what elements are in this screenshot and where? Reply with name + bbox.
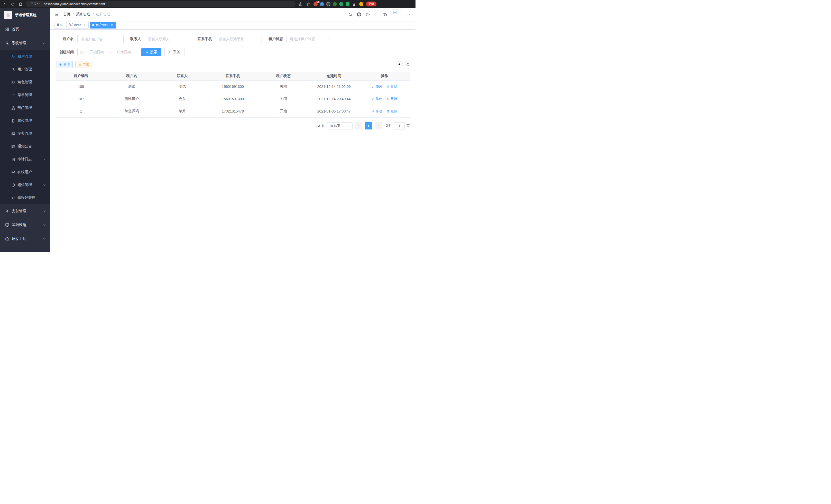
- reset-button[interactable]: 重置: [165, 48, 184, 56]
- toggle-search-button[interactable]: [396, 61, 403, 68]
- chevron-down-icon: [42, 209, 46, 213]
- browser-back-icon[interactable]: [3, 2, 8, 7]
- extension-icon-dark[interactable]: [326, 2, 331, 6]
- sidebar-item-notice[interactable]: 通知公告: [0, 140, 50, 153]
- page-size-select[interactable]: 10条/页: [327, 122, 352, 129]
- edit-label: 修改: [376, 97, 382, 101]
- address-bar[interactable]: 不安全 dashboard.yudao.iocoder.cn/system/te…: [26, 1, 295, 7]
- tag-tenant-active[interactable]: 租户管理 ×: [90, 22, 116, 29]
- extension-icon-green-square[interactable]: [346, 2, 349, 6]
- chevron-down-icon: [42, 237, 46, 241]
- breadcrumb-home[interactable]: 首页: [63, 12, 70, 17]
- extension-icon-blue[interactable]: [320, 2, 324, 6]
- profile-avatar[interactable]: [359, 2, 363, 6]
- filter-label: 租户状态: [268, 37, 283, 41]
- delete-button[interactable]: 删除: [387, 109, 397, 114]
- extension-icon-green-circle[interactable]: [333, 2, 337, 6]
- tag-dept[interactable]: 部门管理 ×: [66, 22, 89, 29]
- sidebar-item-errcode[interactable]: 错误码管理: [0, 191, 50, 204]
- share-icon[interactable]: [298, 2, 303, 7]
- bookmark-star-icon[interactable]: [306, 2, 311, 7]
- help-icon[interactable]: [366, 12, 370, 17]
- tenant-name-input[interactable]: [77, 35, 123, 43]
- sidebar-item-payment[interactable]: 支付管理: [0, 204, 50, 218]
- filter-label: 租户名: [56, 37, 74, 41]
- extension-icon-green-logo[interactable]: [339, 2, 343, 6]
- add-button[interactable]: 新增: [56, 61, 73, 68]
- contact-input[interactable]: [145, 35, 191, 43]
- system-submenu: 租户管理 用户管理 角色管理 菜单管理 部门管理: [0, 50, 50, 204]
- sidebar-item-sms[interactable]: 短信管理: [0, 179, 50, 191]
- sidebar-item-role[interactable]: 角色管理: [0, 76, 50, 89]
- user-avatar[interactable]: [392, 9, 402, 19]
- sidebar-item-online-user[interactable]: 在线用户: [0, 166, 50, 179]
- sidebar-item-post[interactable]: 岗位管理: [0, 114, 50, 127]
- goto-page-input[interactable]: [394, 122, 405, 129]
- sidebar-item-label: 基础设施: [12, 223, 26, 227]
- sidebar-item-menu[interactable]: 菜单管理: [0, 89, 50, 101]
- breadcrumb-system[interactable]: 系统管理: [76, 12, 90, 17]
- sidebar-item-user[interactable]: 用户管理: [0, 63, 50, 76]
- pencil-icon: [372, 85, 375, 88]
- next-page-button[interactable]: [375, 122, 382, 129]
- refresh-table-button[interactable]: [406, 63, 410, 66]
- cell-contact: 秃头: [157, 93, 208, 105]
- cell-actions: 修改 删除: [359, 93, 410, 105]
- calendar-icon: [80, 50, 84, 54]
- extensions-puzzle-icon[interactable]: [352, 2, 357, 7]
- phone-input[interactable]: [216, 35, 262, 43]
- edit-button[interactable]: 修改: [372, 84, 382, 89]
- tenant-users-icon: [11, 55, 15, 59]
- cell-status: 关闭: [258, 93, 309, 105]
- status-select[interactable]: 请选择租户状态: [287, 35, 333, 43]
- sidebar-item-tenant[interactable]: 租户管理: [0, 50, 50, 63]
- gear-icon: [5, 41, 9, 45]
- sidebar-item-label: 字典管理: [18, 131, 32, 136]
- security-label[interactable]: 不安全: [31, 2, 40, 6]
- browser-update-button[interactable]: 更新: [366, 2, 376, 6]
- tag-home[interactable]: 首页: [54, 22, 65, 29]
- sidebar-item-label: 研发工具: [12, 237, 26, 241]
- extension-icon-red[interactable]: 10: [314, 2, 318, 6]
- trash-icon: [387, 110, 390, 113]
- browser-reload-icon[interactable]: [10, 2, 16, 7]
- edit-button[interactable]: 修改: [372, 109, 382, 114]
- log-icon: [11, 157, 15, 161]
- search-button[interactable]: 搜索: [141, 48, 161, 56]
- sidebar-item-devtools[interactable]: 研发工具: [0, 232, 50, 246]
- delete-button[interactable]: 删除: [387, 97, 397, 101]
- delete-button[interactable]: 删除: [387, 84, 397, 89]
- update-label: 更新: [368, 2, 374, 6]
- fullscreen-icon[interactable]: [374, 12, 379, 17]
- url-text[interactable]: dashboard.yudao.iocoder.cn/system/tenant: [44, 2, 105, 6]
- breadcrumb: 首页 / 系统管理 / 租户管理: [63, 12, 110, 17]
- app-logo[interactable]: 芋道管理系统: [0, 8, 50, 22]
- cell-phone: 15601691300: [208, 93, 258, 105]
- filter-phone: 联系手机: [198, 35, 262, 43]
- close-icon[interactable]: ×: [83, 23, 86, 27]
- sidebar-item-infra[interactable]: 基础设施: [0, 218, 50, 232]
- edit-button[interactable]: 修改: [372, 97, 382, 101]
- prev-page-button[interactable]: [355, 122, 362, 129]
- sidebar-item-dict[interactable]: 字典管理: [0, 127, 50, 140]
- sidebar-item-home[interactable]: 首页: [0, 22, 50, 36]
- page-number-1[interactable]: 1: [365, 122, 372, 129]
- cell-created: 2021-12-14 21:02:09: [309, 80, 359, 93]
- close-icon[interactable]: ×: [110, 23, 114, 27]
- avatar-caret-icon[interactable]: [406, 12, 411, 17]
- export-button[interactable]: 导出: [75, 61, 92, 68]
- tag-label: 首页: [57, 23, 63, 27]
- table-row: 107 测试租户 秃头 15601691300 关闭 2021-12-14 20…: [56, 93, 410, 105]
- delete-label: 删除: [391, 84, 397, 89]
- sidebar-item-audit-log[interactable]: 审计日志: [0, 153, 50, 166]
- date-range-picker[interactable]: 开始日期 - 结束日期: [77, 48, 138, 56]
- header-search-icon[interactable]: [348, 12, 352, 17]
- sidebar-item-system[interactable]: 系统管理: [0, 36, 50, 50]
- sidebar-toggle-button[interactable]: [50, 12, 63, 17]
- delete-label: 删除: [391, 97, 397, 101]
- github-icon[interactable]: [357, 12, 361, 17]
- sidebar-item-dept[interactable]: 部门管理: [0, 101, 50, 114]
- font-size-icon[interactable]: [383, 12, 388, 17]
- browser-home-icon[interactable]: [18, 2, 23, 7]
- filter-status: 租户状态 请选择租户状态: [268, 35, 333, 43]
